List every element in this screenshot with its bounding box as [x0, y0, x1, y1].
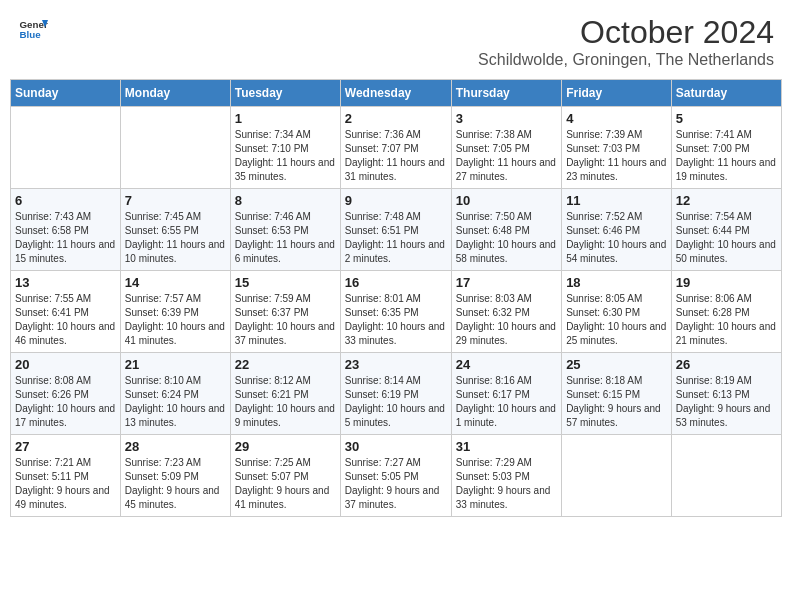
day-info: Sunrise: 7:45 AM Sunset: 6:55 PM Dayligh…	[125, 210, 226, 266]
day-info: Sunrise: 8:18 AM Sunset: 6:15 PM Dayligh…	[566, 374, 667, 430]
day-number: 16	[345, 275, 447, 290]
calendar-cell: 26Sunrise: 8:19 AM Sunset: 6:13 PM Dayli…	[671, 353, 781, 435]
svg-text:Blue: Blue	[20, 29, 42, 40]
day-info: Sunrise: 7:39 AM Sunset: 7:03 PM Dayligh…	[566, 128, 667, 184]
calendar-cell: 15Sunrise: 7:59 AM Sunset: 6:37 PM Dayli…	[230, 271, 340, 353]
day-number: 11	[566, 193, 667, 208]
day-number: 21	[125, 357, 226, 372]
calendar-cell: 5Sunrise: 7:41 AM Sunset: 7:00 PM Daylig…	[671, 107, 781, 189]
day-info: Sunrise: 7:23 AM Sunset: 5:09 PM Dayligh…	[125, 456, 226, 512]
calendar-cell: 31Sunrise: 7:29 AM Sunset: 5:03 PM Dayli…	[451, 435, 561, 517]
day-info: Sunrise: 7:59 AM Sunset: 6:37 PM Dayligh…	[235, 292, 336, 348]
day-number: 23	[345, 357, 447, 372]
day-header-monday: Monday	[120, 80, 230, 107]
day-info: Sunrise: 8:19 AM Sunset: 6:13 PM Dayligh…	[676, 374, 777, 430]
day-info: Sunrise: 8:10 AM Sunset: 6:24 PM Dayligh…	[125, 374, 226, 430]
calendar-cell: 17Sunrise: 8:03 AM Sunset: 6:32 PM Dayli…	[451, 271, 561, 353]
day-info: Sunrise: 7:55 AM Sunset: 6:41 PM Dayligh…	[15, 292, 116, 348]
day-info: Sunrise: 8:05 AM Sunset: 6:30 PM Dayligh…	[566, 292, 667, 348]
day-info: Sunrise: 7:41 AM Sunset: 7:00 PM Dayligh…	[676, 128, 777, 184]
calendar-cell: 14Sunrise: 7:57 AM Sunset: 6:39 PM Dayli…	[120, 271, 230, 353]
day-info: Sunrise: 8:06 AM Sunset: 6:28 PM Dayligh…	[676, 292, 777, 348]
calendar-cell: 20Sunrise: 8:08 AM Sunset: 6:26 PM Dayli…	[11, 353, 121, 435]
calendar-cell: 27Sunrise: 7:21 AM Sunset: 5:11 PM Dayli…	[11, 435, 121, 517]
day-info: Sunrise: 7:27 AM Sunset: 5:05 PM Dayligh…	[345, 456, 447, 512]
calendar-cell: 28Sunrise: 7:23 AM Sunset: 5:09 PM Dayli…	[120, 435, 230, 517]
day-header-friday: Friday	[562, 80, 672, 107]
calendar-cell: 7Sunrise: 7:45 AM Sunset: 6:55 PM Daylig…	[120, 189, 230, 271]
day-info: Sunrise: 7:38 AM Sunset: 7:05 PM Dayligh…	[456, 128, 557, 184]
page-header: General Blue October 2024 Schildwolde, G…	[10, 10, 782, 73]
month-title: October 2024	[478, 14, 774, 51]
day-number: 19	[676, 275, 777, 290]
day-info: Sunrise: 7:57 AM Sunset: 6:39 PM Dayligh…	[125, 292, 226, 348]
calendar-cell	[11, 107, 121, 189]
day-number: 7	[125, 193, 226, 208]
day-info: Sunrise: 7:54 AM Sunset: 6:44 PM Dayligh…	[676, 210, 777, 266]
calendar-cell: 22Sunrise: 8:12 AM Sunset: 6:21 PM Dayli…	[230, 353, 340, 435]
calendar-header-row: SundayMondayTuesdayWednesdayThursdayFrid…	[11, 80, 782, 107]
calendar-cell: 2Sunrise: 7:36 AM Sunset: 7:07 PM Daylig…	[340, 107, 451, 189]
day-info: Sunrise: 8:08 AM Sunset: 6:26 PM Dayligh…	[15, 374, 116, 430]
day-number: 27	[15, 439, 116, 454]
day-info: Sunrise: 7:43 AM Sunset: 6:58 PM Dayligh…	[15, 210, 116, 266]
calendar-cell: 30Sunrise: 7:27 AM Sunset: 5:05 PM Dayli…	[340, 435, 451, 517]
calendar-cell: 3Sunrise: 7:38 AM Sunset: 7:05 PM Daylig…	[451, 107, 561, 189]
day-number: 15	[235, 275, 336, 290]
day-number: 10	[456, 193, 557, 208]
week-row-4: 20Sunrise: 8:08 AM Sunset: 6:26 PM Dayli…	[11, 353, 782, 435]
calendar-cell: 13Sunrise: 7:55 AM Sunset: 6:41 PM Dayli…	[11, 271, 121, 353]
calendar-cell	[120, 107, 230, 189]
day-header-saturday: Saturday	[671, 80, 781, 107]
day-number: 20	[15, 357, 116, 372]
calendar-table: SundayMondayTuesdayWednesdayThursdayFrid…	[10, 79, 782, 517]
calendar-cell: 19Sunrise: 8:06 AM Sunset: 6:28 PM Dayli…	[671, 271, 781, 353]
calendar-cell: 29Sunrise: 7:25 AM Sunset: 5:07 PM Dayli…	[230, 435, 340, 517]
week-row-2: 6Sunrise: 7:43 AM Sunset: 6:58 PM Daylig…	[11, 189, 782, 271]
day-info: Sunrise: 7:29 AM Sunset: 5:03 PM Dayligh…	[456, 456, 557, 512]
day-number: 29	[235, 439, 336, 454]
location-subtitle: Schildwolde, Groningen, The Netherlands	[478, 51, 774, 69]
calendar-cell: 9Sunrise: 7:48 AM Sunset: 6:51 PM Daylig…	[340, 189, 451, 271]
calendar-cell: 10Sunrise: 7:50 AM Sunset: 6:48 PM Dayli…	[451, 189, 561, 271]
week-row-3: 13Sunrise: 7:55 AM Sunset: 6:41 PM Dayli…	[11, 271, 782, 353]
calendar-cell: 4Sunrise: 7:39 AM Sunset: 7:03 PM Daylig…	[562, 107, 672, 189]
day-number: 17	[456, 275, 557, 290]
day-number: 13	[15, 275, 116, 290]
calendar-cell: 16Sunrise: 8:01 AM Sunset: 6:35 PM Dayli…	[340, 271, 451, 353]
day-number: 6	[15, 193, 116, 208]
day-header-sunday: Sunday	[11, 80, 121, 107]
day-number: 25	[566, 357, 667, 372]
day-header-wednesday: Wednesday	[340, 80, 451, 107]
calendar-cell: 12Sunrise: 7:54 AM Sunset: 6:44 PM Dayli…	[671, 189, 781, 271]
day-number: 4	[566, 111, 667, 126]
day-header-tuesday: Tuesday	[230, 80, 340, 107]
day-info: Sunrise: 8:16 AM Sunset: 6:17 PM Dayligh…	[456, 374, 557, 430]
day-number: 12	[676, 193, 777, 208]
day-info: Sunrise: 7:46 AM Sunset: 6:53 PM Dayligh…	[235, 210, 336, 266]
day-info: Sunrise: 8:03 AM Sunset: 6:32 PM Dayligh…	[456, 292, 557, 348]
day-info: Sunrise: 7:48 AM Sunset: 6:51 PM Dayligh…	[345, 210, 447, 266]
day-number: 5	[676, 111, 777, 126]
calendar-cell: 21Sunrise: 8:10 AM Sunset: 6:24 PM Dayli…	[120, 353, 230, 435]
day-info: Sunrise: 7:21 AM Sunset: 5:11 PM Dayligh…	[15, 456, 116, 512]
calendar-cell: 25Sunrise: 8:18 AM Sunset: 6:15 PM Dayli…	[562, 353, 672, 435]
week-row-5: 27Sunrise: 7:21 AM Sunset: 5:11 PM Dayli…	[11, 435, 782, 517]
day-info: Sunrise: 8:12 AM Sunset: 6:21 PM Dayligh…	[235, 374, 336, 430]
day-number: 18	[566, 275, 667, 290]
calendar-cell	[562, 435, 672, 517]
day-number: 28	[125, 439, 226, 454]
title-block: October 2024 Schildwolde, Groningen, The…	[478, 14, 774, 69]
calendar-cell: 8Sunrise: 7:46 AM Sunset: 6:53 PM Daylig…	[230, 189, 340, 271]
week-row-1: 1Sunrise: 7:34 AM Sunset: 7:10 PM Daylig…	[11, 107, 782, 189]
day-info: Sunrise: 7:50 AM Sunset: 6:48 PM Dayligh…	[456, 210, 557, 266]
calendar-cell: 23Sunrise: 8:14 AM Sunset: 6:19 PM Dayli…	[340, 353, 451, 435]
day-info: Sunrise: 7:52 AM Sunset: 6:46 PM Dayligh…	[566, 210, 667, 266]
day-number: 8	[235, 193, 336, 208]
day-number: 26	[676, 357, 777, 372]
day-number: 2	[345, 111, 447, 126]
calendar-cell: 24Sunrise: 8:16 AM Sunset: 6:17 PM Dayli…	[451, 353, 561, 435]
day-number: 9	[345, 193, 447, 208]
calendar-cell: 11Sunrise: 7:52 AM Sunset: 6:46 PM Dayli…	[562, 189, 672, 271]
day-number: 14	[125, 275, 226, 290]
